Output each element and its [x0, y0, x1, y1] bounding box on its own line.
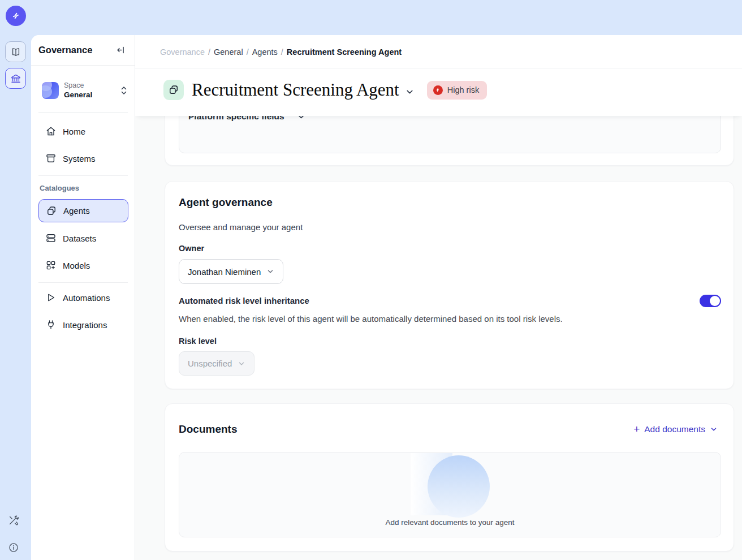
- sidebar-item-label: Integrations: [63, 320, 107, 330]
- sidebar-item-home[interactable]: Home: [38, 121, 128, 141]
- space-selector[interactable]: Space General: [38, 77, 128, 104]
- sidebar-divider: [38, 175, 128, 176]
- sidebar-header: Governance: [31, 35, 135, 66]
- title-dropdown-button[interactable]: [405, 87, 415, 97]
- plus-icon: +: [633, 425, 640, 434]
- sidebar: Governance Space General: [31, 35, 135, 560]
- documents-empty-illustration: [411, 453, 490, 520]
- title-row: Recruitment Screening Agent High risk: [163, 80, 487, 100]
- chevron-down-icon: [710, 425, 718, 433]
- icon-rail: [0, 35, 31, 560]
- space-name: General: [64, 90, 120, 100]
- home-icon: [45, 126, 57, 137]
- app-logo[interactable]: [6, 6, 26, 26]
- info-icon: [8, 542, 19, 553]
- space-label: Space: [64, 81, 120, 90]
- sidebar-collapse-button[interactable]: [116, 45, 126, 55]
- inheritance-description: When enabled, the risk level of this age…: [179, 314, 563, 324]
- sidebar-item-integrations[interactable]: Integrations: [38, 315, 128, 335]
- sidebar-title: Governance: [38, 45, 116, 55]
- documents-empty-text: Add relevant documents to your agent: [179, 518, 721, 527]
- database-icon: [45, 232, 57, 244]
- sidebar-item-agents[interactable]: Agents: [38, 199, 128, 222]
- page-title: Recruitment Screening Agent: [192, 80, 399, 100]
- documents-card: Documents + Add documents Add relevant d…: [165, 403, 734, 552]
- chevron-down-icon: [266, 268, 274, 275]
- copy-icon: [168, 84, 179, 96]
- governance-button[interactable]: [5, 68, 26, 89]
- bank-icon: [10, 73, 21, 84]
- sidebar-item-systems[interactable]: Systems: [38, 148, 128, 169]
- catalogues-section-label: Catalogues: [40, 184, 79, 192]
- toggle-knob: [710, 296, 720, 306]
- sidebar-item-label: Systems: [63, 154, 96, 163]
- play-icon: [45, 292, 57, 303]
- tools-icon: [7, 514, 20, 527]
- top-bar: [0, 0, 742, 35]
- owner-select[interactable]: Jonathan Nieminen: [179, 259, 283, 284]
- risk-badge-label: High risk: [447, 85, 479, 94]
- card-title: Agent governance: [179, 196, 273, 209]
- copy-icon: [46, 205, 57, 217]
- add-documents-button[interactable]: + Add documents: [633, 424, 718, 434]
- sidebar-item-label: Home: [63, 127, 85, 136]
- breadcrumb-space[interactable]: General: [214, 48, 243, 57]
- grid-plus-icon: [45, 260, 57, 271]
- chevron-down-icon: [405, 87, 415, 97]
- header-divider: [135, 68, 742, 68]
- breadcrumb-governance[interactable]: Governance: [160, 48, 205, 57]
- sidebar-item-models[interactable]: Models: [38, 255, 128, 275]
- logo-icon: [10, 10, 22, 22]
- agent-governance-card: Agent governance Oversee and manage your…: [165, 181, 734, 389]
- breadcrumb-separator: /: [208, 48, 210, 57]
- inheritance-toggle[interactable]: [700, 295, 721, 307]
- sidebar-item-label: Datasets: [63, 234, 96, 243]
- chevron-up-down-icon: [120, 85, 128, 96]
- breadcrumb-agents[interactable]: Agents: [252, 48, 278, 57]
- risk-bolt-icon: [433, 85, 443, 95]
- collapse-left-icon: [116, 45, 126, 55]
- page-header: Governance / General / Agents / Recruitm…: [135, 35, 742, 116]
- card-subtitle: Oversee and manage your agent: [179, 222, 303, 232]
- app-window: Platform specific fields Agent governanc…: [31, 35, 742, 560]
- sidebar-item-label: Agents: [63, 206, 90, 216]
- documents-title: Documents: [179, 423, 237, 436]
- documents-empty-panel: Add relevant documents to your agent: [179, 452, 721, 537]
- sidebar-divider: [38, 112, 128, 113]
- sidebar-item-automations[interactable]: Automations: [38, 287, 128, 308]
- settings-tools-button[interactable]: [7, 514, 20, 527]
- add-documents-label: Add documents: [644, 424, 705, 434]
- chevron-down-icon: [238, 360, 245, 368]
- inheritance-label: Automated risk level inheritance: [179, 296, 309, 305]
- plug-icon: [45, 319, 57, 330]
- breadcrumb-separator: /: [281, 48, 283, 57]
- risk-level-label: Risk level: [179, 337, 217, 346]
- agent-type-icon-badge: [163, 80, 184, 100]
- risk-status-badge: High risk: [427, 81, 487, 100]
- info-button[interactable]: [7, 541, 20, 554]
- risk-level-select[interactable]: Unspecified: [179, 351, 254, 376]
- space-icon: [42, 82, 59, 99]
- sidebar-divider: [38, 282, 128, 283]
- sidebar-item-label: Automations: [63, 293, 110, 303]
- owner-label: Owner: [179, 244, 204, 253]
- book-icon: [10, 46, 21, 58]
- sidebar-item-datasets[interactable]: Datasets: [38, 228, 128, 248]
- risk-level-value: Unspecified: [188, 359, 232, 368]
- breadcrumb: Governance / General / Agents / Recruitm…: [160, 48, 402, 57]
- documentation-button[interactable]: [5, 41, 26, 62]
- archive-box-icon: [45, 153, 57, 164]
- breadcrumb-current: Recruitment Screening Agent: [287, 48, 402, 57]
- owner-value: Jonathan Nieminen: [188, 267, 261, 277]
- space-text: Space General: [64, 81, 120, 100]
- sidebar-item-label: Models: [63, 261, 90, 270]
- breadcrumb-separator: /: [247, 48, 249, 57]
